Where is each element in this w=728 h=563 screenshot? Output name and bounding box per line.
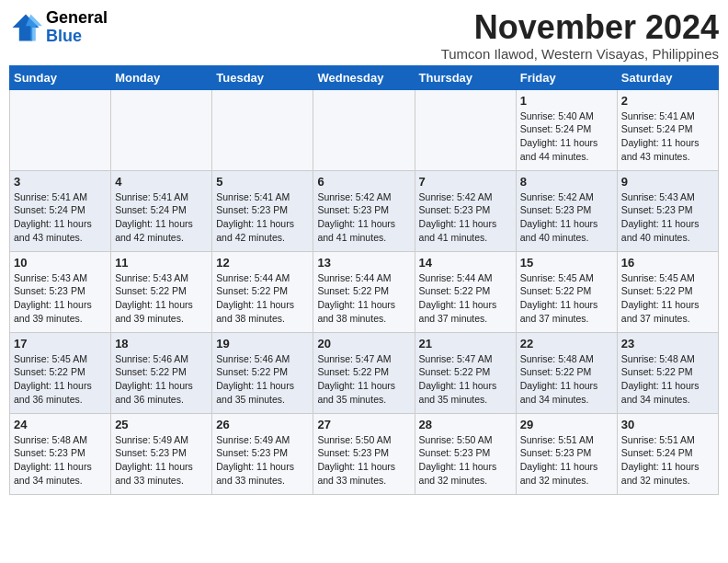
location-subtitle: Tumcon Ilawod, Western Visayas, Philippi… xyxy=(441,46,719,62)
calendar-day-header: Wednesday xyxy=(313,65,415,89)
day-info: Sunrise: 5:46 AM Sunset: 5:22 PM Dayligh… xyxy=(115,352,208,407)
day-number: 21 xyxy=(419,337,512,350)
day-info: Sunrise: 5:44 AM Sunset: 5:22 PM Dayligh… xyxy=(317,271,410,326)
day-info: Sunrise: 5:48 AM Sunset: 5:22 PM Dayligh… xyxy=(520,352,613,407)
day-number: 27 xyxy=(317,418,410,431)
calendar-cell xyxy=(212,89,313,170)
calendar-cell xyxy=(10,89,111,170)
day-info: Sunrise: 5:46 AM Sunset: 5:22 PM Dayligh… xyxy=(216,352,309,407)
day-number: 19 xyxy=(216,337,309,350)
calendar-cell: 26Sunrise: 5:49 AM Sunset: 5:23 PM Dayli… xyxy=(212,413,313,494)
day-number: 11 xyxy=(115,256,208,270)
logo: General Blue xyxy=(9,9,108,46)
calendar-cell: 19Sunrise: 5:46 AM Sunset: 5:22 PM Dayli… xyxy=(212,332,313,413)
calendar-cell xyxy=(415,89,516,170)
calendar-cell: 22Sunrise: 5:48 AM Sunset: 5:22 PM Dayli… xyxy=(516,332,617,413)
day-number: 15 xyxy=(520,256,613,270)
calendar-cell: 27Sunrise: 5:50 AM Sunset: 5:23 PM Dayli… xyxy=(313,413,415,494)
calendar-cell: 30Sunrise: 5:51 AM Sunset: 5:24 PM Dayli… xyxy=(617,413,718,494)
calendar-day-header: Thursday xyxy=(415,65,516,89)
calendar-cell: 24Sunrise: 5:48 AM Sunset: 5:23 PM Dayli… xyxy=(10,413,111,494)
day-info: Sunrise: 5:45 AM Sunset: 5:22 PM Dayligh… xyxy=(14,352,107,407)
day-info: Sunrise: 5:41 AM Sunset: 5:24 PM Dayligh… xyxy=(621,109,714,164)
calendar-cell: 6Sunrise: 5:42 AM Sunset: 5:23 PM Daylig… xyxy=(313,170,415,251)
day-number: 2 xyxy=(621,94,714,108)
day-info: Sunrise: 5:51 AM Sunset: 5:24 PM Dayligh… xyxy=(621,433,714,488)
day-number: 29 xyxy=(520,418,613,431)
day-info: Sunrise: 5:42 AM Sunset: 5:23 PM Dayligh… xyxy=(317,190,410,245)
day-info: Sunrise: 5:48 AM Sunset: 5:22 PM Dayligh… xyxy=(621,352,714,407)
calendar-day-header: Saturday xyxy=(617,65,718,89)
calendar-cell: 29Sunrise: 5:51 AM Sunset: 5:23 PM Dayli… xyxy=(516,413,617,494)
calendar-cell: 21Sunrise: 5:47 AM Sunset: 5:22 PM Dayli… xyxy=(415,332,516,413)
day-info: Sunrise: 5:50 AM Sunset: 5:23 PM Dayligh… xyxy=(317,433,410,488)
calendar-cell xyxy=(111,89,212,170)
day-number: 12 xyxy=(216,256,309,270)
calendar-cell: 11Sunrise: 5:43 AM Sunset: 5:22 PM Dayli… xyxy=(111,251,212,332)
page-header: General Blue November 2024 Tumcon Ilawod… xyxy=(9,9,719,62)
calendar-cell: 20Sunrise: 5:47 AM Sunset: 5:22 PM Dayli… xyxy=(313,332,415,413)
calendar-cell: 5Sunrise: 5:41 AM Sunset: 5:23 PM Daylig… xyxy=(212,170,313,251)
day-info: Sunrise: 5:49 AM Sunset: 5:23 PM Dayligh… xyxy=(216,433,309,488)
calendar-cell: 13Sunrise: 5:44 AM Sunset: 5:22 PM Dayli… xyxy=(313,251,415,332)
calendar-cell: 14Sunrise: 5:44 AM Sunset: 5:22 PM Dayli… xyxy=(415,251,516,332)
day-info: Sunrise: 5:45 AM Sunset: 5:22 PM Dayligh… xyxy=(621,271,714,326)
day-info: Sunrise: 5:43 AM Sunset: 5:23 PM Dayligh… xyxy=(14,271,107,326)
month-title: November 2024 xyxy=(441,9,719,46)
day-number: 7 xyxy=(419,175,512,189)
calendar-cell: 15Sunrise: 5:45 AM Sunset: 5:22 PM Dayli… xyxy=(516,251,617,332)
calendar-table: SundayMondayTuesdayWednesdayThursdayFrid… xyxy=(9,65,719,495)
day-info: Sunrise: 5:47 AM Sunset: 5:22 PM Dayligh… xyxy=(317,352,410,407)
day-number: 17 xyxy=(14,337,107,350)
calendar-cell: 25Sunrise: 5:49 AM Sunset: 5:23 PM Dayli… xyxy=(111,413,212,494)
day-info: Sunrise: 5:49 AM Sunset: 5:23 PM Dayligh… xyxy=(115,433,208,488)
calendar-cell: 8Sunrise: 5:42 AM Sunset: 5:23 PM Daylig… xyxy=(516,170,617,251)
calendar-cell: 1Sunrise: 5:40 AM Sunset: 5:24 PM Daylig… xyxy=(516,89,617,170)
calendar-cell: 7Sunrise: 5:42 AM Sunset: 5:23 PM Daylig… xyxy=(415,170,516,251)
day-number: 3 xyxy=(14,175,107,189)
day-number: 22 xyxy=(520,337,613,350)
calendar-cell: 4Sunrise: 5:41 AM Sunset: 5:24 PM Daylig… xyxy=(111,170,212,251)
day-number: 24 xyxy=(14,418,107,431)
day-number: 5 xyxy=(216,175,309,189)
calendar-cell: 23Sunrise: 5:48 AM Sunset: 5:22 PM Dayli… xyxy=(617,332,718,413)
calendar-cell: 17Sunrise: 5:45 AM Sunset: 5:22 PM Dayli… xyxy=(10,332,111,413)
day-number: 26 xyxy=(216,418,309,431)
logo-icon xyxy=(9,11,42,44)
day-info: Sunrise: 5:42 AM Sunset: 5:23 PM Dayligh… xyxy=(520,190,613,245)
day-info: Sunrise: 5:42 AM Sunset: 5:23 PM Dayligh… xyxy=(419,190,512,245)
day-number: 25 xyxy=(115,418,208,431)
day-number: 18 xyxy=(115,337,208,350)
calendar-cell: 12Sunrise: 5:44 AM Sunset: 5:22 PM Dayli… xyxy=(212,251,313,332)
day-number: 13 xyxy=(317,256,410,270)
calendar-day-header: Friday xyxy=(516,65,617,89)
day-number: 8 xyxy=(520,175,613,189)
calendar-cell: 18Sunrise: 5:46 AM Sunset: 5:22 PM Dayli… xyxy=(111,332,212,413)
logo-text: General Blue xyxy=(46,9,108,46)
day-info: Sunrise: 5:48 AM Sunset: 5:23 PM Dayligh… xyxy=(14,433,107,488)
day-info: Sunrise: 5:43 AM Sunset: 5:23 PM Dayligh… xyxy=(621,190,714,245)
title-block: November 2024 Tumcon Ilawod, Western Vis… xyxy=(441,9,719,62)
day-info: Sunrise: 5:41 AM Sunset: 5:23 PM Dayligh… xyxy=(216,190,309,245)
day-info: Sunrise: 5:51 AM Sunset: 5:23 PM Dayligh… xyxy=(520,433,613,488)
calendar-cell: 16Sunrise: 5:45 AM Sunset: 5:22 PM Dayli… xyxy=(617,251,718,332)
calendar-day-header: Sunday xyxy=(10,65,111,89)
day-number: 4 xyxy=(115,175,208,189)
day-number: 30 xyxy=(621,418,714,431)
day-number: 10 xyxy=(14,256,107,270)
day-info: Sunrise: 5:45 AM Sunset: 5:22 PM Dayligh… xyxy=(520,271,613,326)
calendar-cell: 28Sunrise: 5:50 AM Sunset: 5:23 PM Dayli… xyxy=(415,413,516,494)
day-info: Sunrise: 5:41 AM Sunset: 5:24 PM Dayligh… xyxy=(115,190,208,245)
day-number: 23 xyxy=(621,337,714,350)
day-info: Sunrise: 5:43 AM Sunset: 5:22 PM Dayligh… xyxy=(115,271,208,326)
day-number: 14 xyxy=(419,256,512,270)
day-info: Sunrise: 5:44 AM Sunset: 5:22 PM Dayligh… xyxy=(216,271,309,326)
day-info: Sunrise: 5:44 AM Sunset: 5:22 PM Dayligh… xyxy=(419,271,512,326)
day-info: Sunrise: 5:41 AM Sunset: 5:24 PM Dayligh… xyxy=(14,190,107,245)
calendar-cell: 3Sunrise: 5:41 AM Sunset: 5:24 PM Daylig… xyxy=(10,170,111,251)
calendar-cell xyxy=(313,89,415,170)
day-number: 28 xyxy=(419,418,512,431)
calendar-cell: 9Sunrise: 5:43 AM Sunset: 5:23 PM Daylig… xyxy=(617,170,718,251)
calendar-cell: 10Sunrise: 5:43 AM Sunset: 5:23 PM Dayli… xyxy=(10,251,111,332)
day-info: Sunrise: 5:40 AM Sunset: 5:24 PM Dayligh… xyxy=(520,109,613,164)
